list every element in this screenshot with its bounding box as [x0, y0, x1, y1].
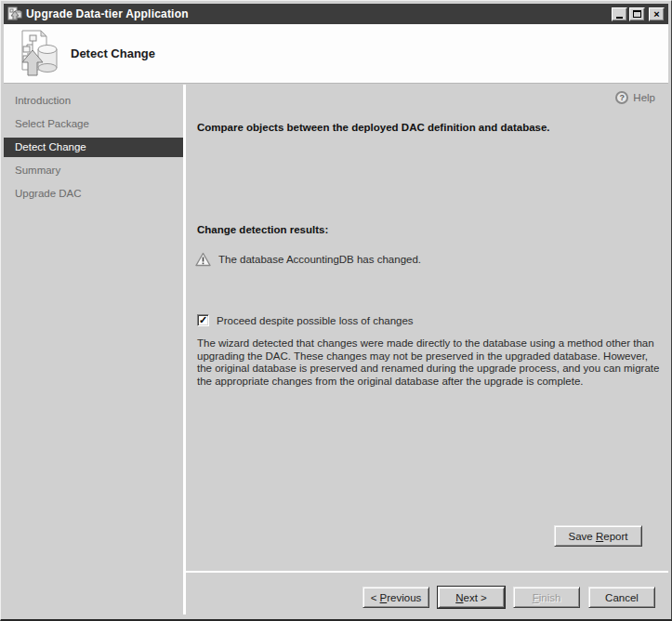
- warning-message: The database AccountingDB has changed.: [218, 254, 421, 265]
- wizard-explanation-text: The wizard detected that changes were ma…: [197, 337, 662, 388]
- page-description: Compare objects between the deployed DAC…: [197, 122, 550, 133]
- previous-label-rest: revious: [387, 592, 421, 603]
- next-label-rest: ext >: [464, 592, 487, 603]
- next-mnemonic: N: [455, 592, 463, 603]
- minimize-icon: [616, 17, 623, 19]
- previous-button[interactable]: < Previous: [362, 587, 429, 608]
- save-report-mnemonic: R: [596, 531, 603, 542]
- sidebar-item-select-package[interactable]: Select Package: [4, 114, 183, 134]
- previous-mnemonic: P: [380, 592, 388, 603]
- navigation-buttons: < Previous Next > Finish Cancel: [362, 587, 655, 608]
- detect-change-icon: [17, 29, 61, 77]
- sidebar-item-summary[interactable]: Summary: [4, 161, 183, 180]
- wizard-window: Upgrade Data-tier Application × Detect C…: [0, 0, 672, 621]
- app-icon: [7, 7, 22, 21]
- help-link[interactable]: ? Help: [615, 91, 655, 104]
- sidebar-item-upgrade-dac[interactable]: Upgrade DAC: [4, 184, 183, 204]
- help-icon: ?: [615, 91, 628, 104]
- close-button[interactable]: ×: [649, 7, 665, 21]
- warning-row: The database AccountingDB has changed.: [195, 252, 421, 267]
- next-button[interactable]: Next >: [438, 587, 505, 608]
- previous-label: <: [371, 592, 380, 603]
- save-report-label: Save: [569, 531, 596, 542]
- save-report-label-rest: eport: [603, 531, 627, 542]
- sidebar-item-introduction[interactable]: Introduction: [4, 91, 183, 111]
- cancel-button[interactable]: Cancel: [588, 587, 655, 608]
- proceed-checkbox-label: Proceed despite possible loss of changes: [217, 315, 414, 326]
- warning-icon: [195, 252, 211, 267]
- help-label: Help: [633, 92, 655, 103]
- window-title: Upgrade Data-tier Application: [26, 7, 189, 20]
- proceed-checkbox-row: ✓ Proceed despite possible loss of chang…: [197, 314, 414, 326]
- maximize-icon: [633, 10, 641, 18]
- page-title: Detect Change: [71, 46, 155, 60]
- proceed-checkbox[interactable]: ✓: [197, 314, 209, 326]
- finish-button: Finish: [513, 587, 580, 608]
- maximize-button[interactable]: [629, 7, 645, 21]
- minimize-button[interactable]: [612, 7, 627, 21]
- wizard-header: Detect Change: [4, 24, 668, 84]
- results-heading: Change detection results:: [197, 224, 328, 235]
- finish-mnemonic: F: [533, 592, 539, 603]
- window-controls: ×: [612, 7, 665, 21]
- sidebar-item-detect-change[interactable]: Detect Change: [4, 138, 183, 157]
- title-bar: Upgrade Data-tier Application ×: [4, 4, 668, 24]
- close-icon: ×: [653, 9, 659, 20]
- save-report-button[interactable]: Save Report: [554, 525, 642, 547]
- wizard-content: ? Help Compare objects between the deplo…: [186, 85, 668, 616]
- finish-label-rest: inish: [539, 592, 561, 603]
- cancel-label: Cancel: [605, 592, 639, 603]
- footer-divider: [186, 571, 668, 573]
- wizard-steps-sidebar: Introduction Select Package Detect Chang…: [4, 85, 183, 616]
